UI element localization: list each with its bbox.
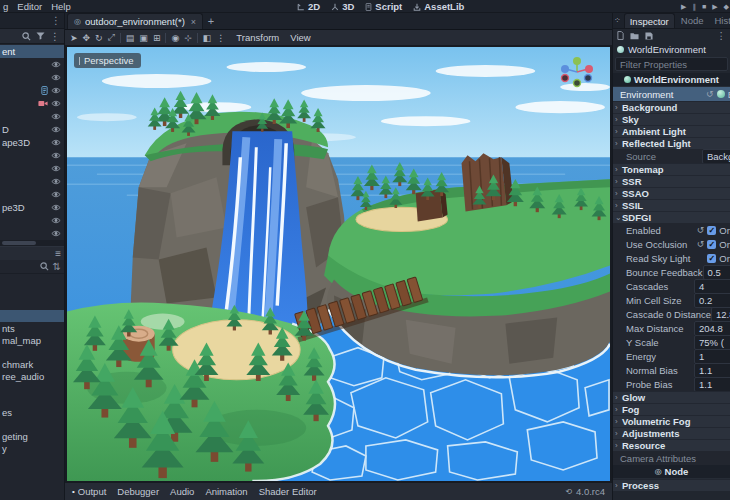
property-group-process[interactable]: ›Process xyxy=(613,479,730,491)
visibility-eye-icon[interactable] xyxy=(51,113,61,120)
property-group-sdfgi[interactable]: ⌄SDFGI xyxy=(613,211,730,223)
filesystem-search-bar[interactable]: ⇅ xyxy=(0,260,64,274)
filesystem-row[interactable]: mal_map xyxy=(0,334,64,346)
property-row-bounce-feedback[interactable]: Bounce Feedback0.5 xyxy=(613,265,730,279)
option-dropdown[interactable]: Backg xyxy=(702,149,730,164)
filesystem-row[interactable] xyxy=(0,382,64,394)
property-group-volumetric-fog[interactable]: ›Volumetric Fog xyxy=(613,415,730,427)
property-row-y-scale[interactable]: Y Scale75% ( xyxy=(613,335,730,349)
visibility-eye-icon[interactable] xyxy=(51,191,61,198)
menu-item-help[interactable]: Help xyxy=(51,1,71,12)
property-group-adjustments[interactable]: ›Adjustments xyxy=(613,427,730,439)
viewport-menu-view[interactable]: View xyxy=(290,32,310,43)
visibility-eye-icon[interactable] xyxy=(51,100,61,107)
property-row-energy[interactable]: Energy1 xyxy=(613,349,730,363)
menu-item-editor[interactable]: Editor xyxy=(17,1,42,12)
scene-tree-row[interactable] xyxy=(0,110,64,123)
visibility-eye-icon[interactable] xyxy=(51,165,61,172)
bottom-tab-debugger[interactable]: Debugger xyxy=(117,486,159,497)
property-group-background[interactable]: ›Background xyxy=(613,101,730,113)
move-tool-icon[interactable]: ✥ xyxy=(83,33,91,43)
number-field[interactable]: 1 xyxy=(694,349,730,364)
scene-tree-row[interactable] xyxy=(0,58,64,71)
axis-gizmo[interactable] xyxy=(558,53,596,91)
filesystem-path-bar[interactable]: ≡ xyxy=(0,246,64,260)
axis-x-negative[interactable] xyxy=(562,75,569,82)
visibility-eye-icon[interactable] xyxy=(51,61,61,68)
scene-tab-outdoor-environment[interactable]: ◎ outdoor_environment(*) × xyxy=(67,13,203,29)
checkbox-checked[interactable]: ✓ xyxy=(707,226,716,235)
snap-icon[interactable]: ⊹ xyxy=(184,33,192,43)
perspective-menu-button[interactable]: Perspective xyxy=(74,53,141,68)
scene-tree-row[interactable] xyxy=(0,71,64,84)
inspector-tab-inspector[interactable]: Inspector xyxy=(624,13,675,28)
menu-dots-icon[interactable]: ⋮ xyxy=(50,31,60,42)
bottom-tab-shader-editor[interactable]: Shader Editor xyxy=(259,486,317,497)
expand-dock-icon[interactable]: ⁘ xyxy=(614,16,621,25)
play-custom-scene-button[interactable]: ◆ xyxy=(724,3,729,11)
axis-x-positive[interactable] xyxy=(585,65,593,73)
property-row-camera-attributes[interactable]: Camera Attributes xyxy=(613,451,730,465)
visibility-eye-icon[interactable] xyxy=(51,204,61,211)
selection-list-icon[interactable]: ▤ xyxy=(126,33,135,43)
load-resource-icon[interactable] xyxy=(630,32,639,40)
property-row-max-distance[interactable]: Max Distance204.8 xyxy=(613,321,730,335)
property-group-fog[interactable]: ›Fog xyxy=(613,403,730,415)
filesystem-row[interactable]: es xyxy=(0,406,64,418)
filter-icon[interactable] xyxy=(36,32,45,40)
filesystem-row[interactable] xyxy=(0,298,64,310)
filesystem-row[interactable] xyxy=(0,310,64,322)
scene-tree-row[interactable] xyxy=(0,214,64,227)
property-row-cascades[interactable]: Cascades4 xyxy=(613,279,730,293)
scene-tree-row[interactable] xyxy=(0,149,64,162)
select-tool-icon[interactable]: ➤ xyxy=(70,33,78,43)
viewport-menu-transform[interactable]: Transform xyxy=(236,32,279,43)
number-field[interactable]: 0.5 xyxy=(703,265,730,280)
filesystem-row[interactable]: chmark xyxy=(0,358,64,370)
scale-tool-icon[interactable]: ⤢ xyxy=(108,32,115,43)
axis-y-negative[interactable] xyxy=(574,80,581,87)
number-field[interactable]: 1.1 xyxy=(694,377,730,392)
property-row-normal-bias[interactable]: Normal Bias1.1 xyxy=(613,363,730,377)
property-group-sky[interactable]: ›Sky xyxy=(613,113,730,125)
visibility-eye-icon[interactable] xyxy=(51,74,61,81)
new-resource-icon[interactable] xyxy=(617,31,624,40)
property-group-ssil[interactable]: ›SSIL xyxy=(613,199,730,211)
number-field[interactable]: 4 xyxy=(694,279,730,294)
revert-icon[interactable]: ↺ xyxy=(697,225,705,235)
property-row-min-cell-size[interactable]: Min Cell Size0.2 xyxy=(613,293,730,307)
rotate-tool-icon[interactable]: ↻ xyxy=(95,33,103,43)
play-scene-button[interactable]: ▶ xyxy=(712,3,717,11)
filesystem-row[interactable]: ree_audio xyxy=(0,370,64,382)
workspace-tab-script[interactable]: Script xyxy=(365,1,402,12)
save-resource-icon[interactable] xyxy=(645,32,653,40)
scene-tree-row[interactable] xyxy=(0,175,64,188)
visibility-eye-icon[interactable] xyxy=(51,139,61,146)
property-group-reflected-light[interactable]: ›Reflected Light xyxy=(613,137,730,149)
workspace-tab-3d[interactable]: 3D xyxy=(331,1,354,12)
scene-tree-row[interactable] xyxy=(0,227,64,240)
menu-item-g[interactable]: g xyxy=(3,1,8,12)
visibility-eye-icon[interactable] xyxy=(51,178,61,185)
bottom-tab-audio[interactable]: Audio xyxy=(170,486,194,497)
group-icon[interactable]: ⊞ xyxy=(153,33,161,43)
hamburger-icon[interactable]: ≡ xyxy=(55,248,61,259)
scene-tree-row[interactable]: ape3D xyxy=(0,136,64,149)
number-field[interactable]: 204.8 xyxy=(694,321,730,336)
revert-icon[interactable]: ↺ xyxy=(697,239,705,249)
visibility-eye-icon[interactable] xyxy=(51,217,61,224)
checkbox-checked[interactable]: ✓ xyxy=(707,240,716,249)
property-row-environment[interactable]: Environment↺E xyxy=(613,87,730,101)
scene-tree-row[interactable] xyxy=(0,162,64,175)
visibility-eye-icon[interactable] xyxy=(51,152,61,159)
filesystem-row[interactable] xyxy=(0,274,64,286)
filesystem-row[interactable] xyxy=(0,394,64,406)
filesystem-row[interactable]: y xyxy=(0,442,64,454)
filter-properties-input[interactable]: Filter Properties xyxy=(615,57,728,71)
stop-button[interactable]: ■ xyxy=(702,3,706,10)
revert-icon[interactable]: ↺ xyxy=(706,89,714,99)
visibility-eye-icon[interactable] xyxy=(51,87,61,94)
filesystem-row[interactable] xyxy=(0,346,64,358)
property-row-cascade-0-distance[interactable]: Cascade 0 Distance12.8 xyxy=(613,307,730,321)
lock-icon[interactable]: ▣ xyxy=(139,33,148,43)
